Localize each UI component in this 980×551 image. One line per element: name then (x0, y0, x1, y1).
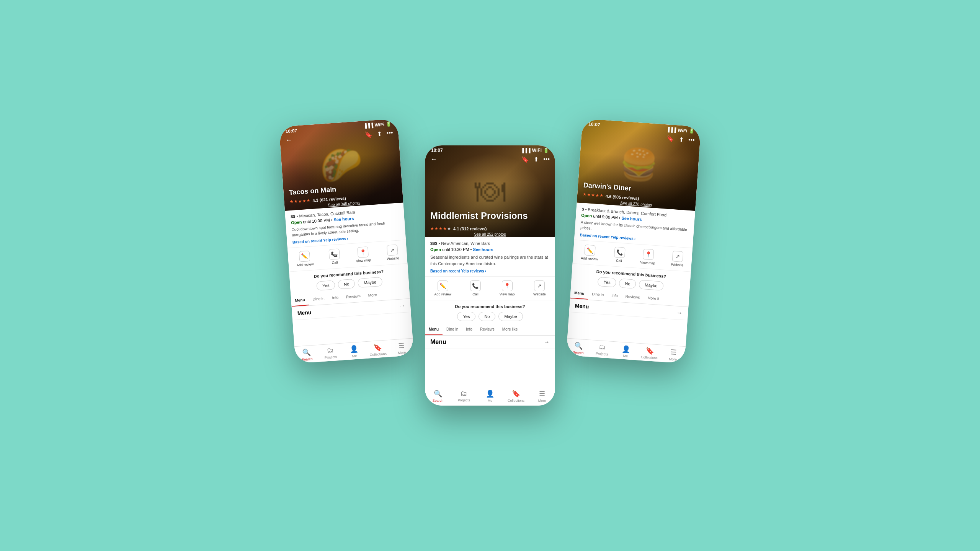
time-left: 10:07 (285, 128, 297, 134)
search-icon-left: 🔍 (302, 348, 311, 357)
projects-icon-left: 🗂 (327, 346, 334, 355)
tab-reviews-center[interactable]: Reviews (476, 324, 498, 335)
description-center: Seasonal ingredients and curated wine pa… (430, 254, 550, 267)
nav-collections-center[interactable]: 🔖 Collections (503, 390, 529, 403)
search-icon-right: 🔍 (574, 341, 583, 350)
projects-icon-center: 🗂 (461, 390, 467, 398)
collections-icon-left: 🔖 (373, 343, 382, 352)
no-btn-right[interactable]: No (619, 279, 637, 289)
tab-more-left[interactable]: More (364, 289, 381, 302)
action-map-right[interactable]: 📍 View map (637, 247, 660, 267)
share-icon-center[interactable]: ⬆ (534, 156, 539, 163)
more-icon-nav-left: ☰ (398, 341, 405, 350)
nav-me-right[interactable]: 👤 Me (614, 344, 638, 359)
tab-dine-left[interactable]: Dine in (309, 293, 329, 305)
tab-menu-right[interactable]: Menu (570, 287, 588, 300)
nav-me-center[interactable]: 👤 Me (477, 390, 503, 403)
action-call-center[interactable]: 📞 Call (467, 279, 484, 298)
bookmark-icon-left[interactable]: 🔖 (364, 131, 372, 139)
nav-more-right[interactable]: ☰ More (661, 347, 685, 362)
nav-more-center[interactable]: ☰ More (529, 390, 555, 403)
nav-more-left[interactable]: ☰ More (389, 341, 414, 355)
maybe-btn-center[interactable]: Maybe (498, 312, 523, 321)
yes-btn-center[interactable]: Yes (457, 312, 475, 321)
nav-search-right[interactable]: 🔍 Search (566, 341, 591, 355)
call-icon-right: 📞 (614, 247, 626, 258)
action-add-review-right[interactable]: ✏️ Add review (578, 243, 602, 263)
add-review-icon-left: ✏️ (299, 251, 310, 262)
battery-icon-left: 🔋 (385, 121, 392, 127)
photos-link-center[interactable]: See all 252 photos (474, 232, 506, 236)
no-btn-left[interactable]: No (338, 279, 355, 289)
menu-arrow-center[interactable]: → (544, 339, 550, 346)
tab-dine-center[interactable]: Dine in (443, 324, 462, 335)
back-icon-left[interactable]: ← (285, 136, 292, 144)
action-map-center[interactable]: 📍 View map (497, 279, 518, 298)
tab-reviews-right[interactable]: Reviews (621, 291, 644, 303)
hours-center: Open until 10:30 PM • See hours (430, 247, 550, 252)
battery-icon-center: 🔋 (543, 148, 549, 153)
map-icon-left: 📍 (357, 246, 369, 258)
more-icon-left[interactable]: ••• (386, 129, 393, 137)
maybe-btn-right[interactable]: Maybe (639, 280, 664, 290)
wifi-icon-right: WiFi (678, 127, 688, 134)
nav-collections-left[interactable]: 🔖 Collections (366, 342, 390, 357)
signal-icon-center: ▐▐▐ (521, 148, 531, 153)
nav-projects-center[interactable]: 🗂 Projects (451, 390, 477, 403)
more-icon-right[interactable]: ••• (688, 136, 695, 144)
action-website-center[interactable]: ↗ Website (530, 279, 549, 298)
nav-projects-right[interactable]: 🗂 Projects (590, 342, 614, 357)
search-icon-center: 🔍 (434, 390, 442, 398)
action-call-right[interactable]: 📞 Call (610, 245, 628, 265)
back-icon-center[interactable]: ← (430, 155, 437, 163)
nav-search-left[interactable]: 🔍 Search (294, 347, 319, 362)
menu-arrow-left[interactable]: → (399, 302, 405, 310)
tab-menu-center[interactable]: Menu (425, 324, 443, 335)
tab-dine-right[interactable]: Dine in (588, 289, 608, 301)
website-icon-left: ↗ (387, 245, 398, 256)
action-website-left[interactable]: ↗ Website (383, 243, 403, 262)
menu-label-right: Menu (575, 303, 589, 310)
tab-reviews-left[interactable]: Reviews (342, 290, 365, 303)
nav-projects-left[interactable]: 🗂 Projects (318, 346, 343, 360)
maybe-btn-left[interactable]: Maybe (358, 277, 382, 288)
nav-search-center[interactable]: 🔍 Search (425, 390, 451, 403)
content-right: $ • Breakfast & Brunch, Diners, Comfort … (567, 202, 695, 346)
tab-menu-left[interactable]: Menu (291, 294, 309, 306)
yes-btn-right[interactable]: Yes (598, 277, 617, 287)
content-center: $$$ • New American, Wine Bars Open until… (425, 237, 555, 387)
website-icon-right: ↗ (672, 251, 684, 262)
bookmark-icon-right[interactable]: 🔖 (666, 135, 674, 142)
tab-info-center[interactable]: Info (462, 324, 476, 335)
no-btn-center[interactable]: No (479, 312, 495, 321)
share-icon-left[interactable]: ⬆ (377, 130, 382, 138)
add-review-icon-center: ✏️ (438, 280, 448, 291)
action-map-left[interactable]: 📍 View map (352, 245, 374, 265)
tab-info-left[interactable]: Info (328, 292, 343, 304)
more-icon-center[interactable]: ••• (543, 156, 550, 163)
stars-center: ★ ★ ★ ★ ★ (430, 226, 451, 231)
yes-btn-left[interactable]: Yes (317, 280, 336, 290)
phone-left: 🌮 10:07 ▐▐▐ WiFi 🔋 ← 🔖 ⬆ ••• (279, 119, 414, 364)
map-icon-center: 📍 (502, 280, 513, 291)
bookmark-icon-center[interactable]: 🔖 (521, 156, 529, 163)
action-add-review-left[interactable]: ✏️ Add review (292, 249, 317, 269)
tab-more-right[interactable]: More li (643, 292, 663, 305)
share-icon-right[interactable]: ⬆ (678, 136, 684, 143)
recommend-section-center: Do you recommend this business? Yes No M… (425, 300, 555, 324)
add-review-icon-right: ✏️ (584, 245, 596, 256)
stars-row-center: ★ ★ ★ ★ ★ 4.1 (312 reviews) (430, 226, 487, 231)
status-bar-center: 10:07 ▐▐▐ WiFi 🔋 (425, 145, 555, 155)
menu-arrow-right[interactable]: → (676, 309, 683, 316)
tab-info-right[interactable]: Info (607, 290, 622, 302)
hero-center: 🍽 10:07 ▐▐▐ WiFi 🔋 ← 🔖 ⬆ ••• (425, 145, 555, 237)
menu-label-center: Menu (430, 339, 446, 346)
action-call-left[interactable]: 📞 Call (325, 247, 343, 267)
map-icon-right: 📍 (643, 249, 654, 260)
action-add-review-center[interactable]: ✏️ Add review (431, 279, 454, 298)
tab-more-center[interactable]: More like (498, 324, 522, 335)
nav-collections-right[interactable]: 🔖 Collections (637, 346, 662, 360)
based-on-reviews-center[interactable]: Based on recent Yelp reviews › (430, 269, 550, 273)
nav-me-left[interactable]: 👤 Me (342, 344, 366, 359)
action-website-right[interactable]: ↗ Website (668, 249, 688, 269)
